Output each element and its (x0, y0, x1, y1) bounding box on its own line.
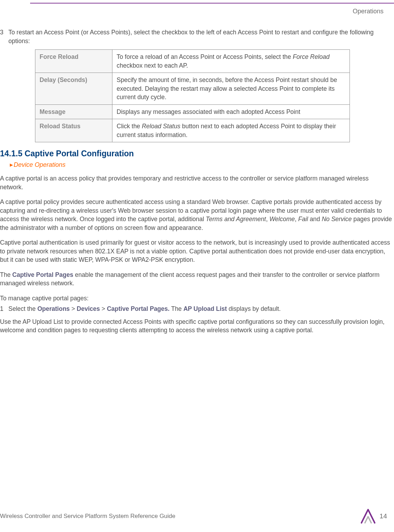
table-row: Message Displays any messages associated… (35, 104, 350, 119)
para-italic: Terms and Agreement (206, 216, 266, 223)
desc-text: Displays any messages associated with ea… (117, 108, 300, 115)
para-text: , (266, 216, 269, 223)
desc-italic: Reload Status (142, 123, 180, 130)
table-label: Reload Status (35, 119, 112, 142)
desc-text: checkbox next to each AP. (117, 62, 188, 69)
body-paragraph: The Captive Portal Pages enable the mana… (0, 271, 393, 288)
para-italic: Welcome (269, 216, 295, 223)
step-1: 1 Select the Operations > Devices > Capt… (0, 305, 393, 313)
desc-italic: Force Reload (293, 53, 330, 60)
table-label: Delay (Seconds) (35, 73, 112, 105)
brand-logo-icon (360, 508, 376, 524)
step-text: To restart an Access Point (or Access Po… (8, 28, 393, 45)
body-paragraph: Use the AP Upload List to provide connec… (0, 318, 393, 335)
step-span: Select the (8, 305, 37, 312)
step-number: 1 (0, 305, 8, 313)
body-paragraph: A captive portal is an access policy tha… (0, 174, 393, 191)
step-span: displays by default. (227, 305, 281, 312)
page-footer: Wireless Controller and Service Platform… (0, 508, 394, 524)
para-text: and (308, 216, 322, 223)
table-row: Force Reload To force a reload of an Acc… (35, 50, 350, 73)
step-bold: Captive Portal Pages. (107, 305, 170, 312)
table-label: Message (35, 104, 112, 119)
table-row: Delay (Seconds) Specify the amount of ti… (35, 73, 350, 105)
para-italic: Fail (298, 216, 308, 223)
para-text: , (295, 216, 298, 223)
page-number: 14 (380, 512, 387, 521)
step-3: 3 To restart an Access Point (or Access … (0, 28, 393, 45)
step-bold: AP Upload List (184, 305, 227, 312)
desc-text: Specify the amount of time, in seconds, … (117, 76, 337, 101)
table-desc: Displays any messages associated with ea… (112, 104, 350, 119)
table-desc: Click the Reload Status button next to e… (112, 119, 350, 142)
step-span: The (170, 305, 184, 312)
table-desc: To force a reload of an Access Point or … (112, 50, 350, 73)
footer-title: Wireless Controller and Service Platform… (0, 512, 175, 520)
desc-text: To force a reload of an Access Point or … (117, 53, 293, 60)
body-paragraph: Captive portal authentication is used pr… (0, 238, 393, 264)
para-text: The (0, 271, 12, 278)
breadcrumb: ▸Device Operations (10, 161, 393, 169)
header-chapter-label: Operations (353, 7, 383, 16)
breadcrumb-arrow-icon: ▸ (10, 161, 13, 168)
page-content: 3 To restart an Access Point (or Access … (0, 28, 394, 341)
desc-text: Click the (117, 123, 142, 130)
breadcrumb-text: Device Operations (14, 161, 65, 168)
body-paragraph: A captive portal policy provides secure … (0, 198, 393, 232)
step-bold: Operations (37, 305, 70, 312)
step-text: Select the Operations > Devices > Captiv… (8, 305, 393, 313)
step-number: 3 (0, 28, 8, 45)
para-italic: No Service (322, 216, 352, 223)
table-desc: Specify the amount of time, in seconds, … (112, 73, 350, 105)
options-table: Force Reload To force a reload of an Acc… (35, 49, 350, 142)
table-row: Reload Status Click the Reload Status bu… (35, 119, 350, 142)
table-label: Force Reload (35, 50, 112, 73)
step-bold: Devices (77, 305, 100, 312)
para-bold: Captive Portal Pages (12, 271, 73, 278)
section-heading: 14.1.5 Captive Portal Configuration (0, 148, 393, 159)
step-span: > (100, 305, 107, 312)
step-span: > (70, 305, 77, 312)
body-paragraph: To manage captive portal pages: (0, 294, 393, 303)
top-rule (30, 3, 394, 4)
